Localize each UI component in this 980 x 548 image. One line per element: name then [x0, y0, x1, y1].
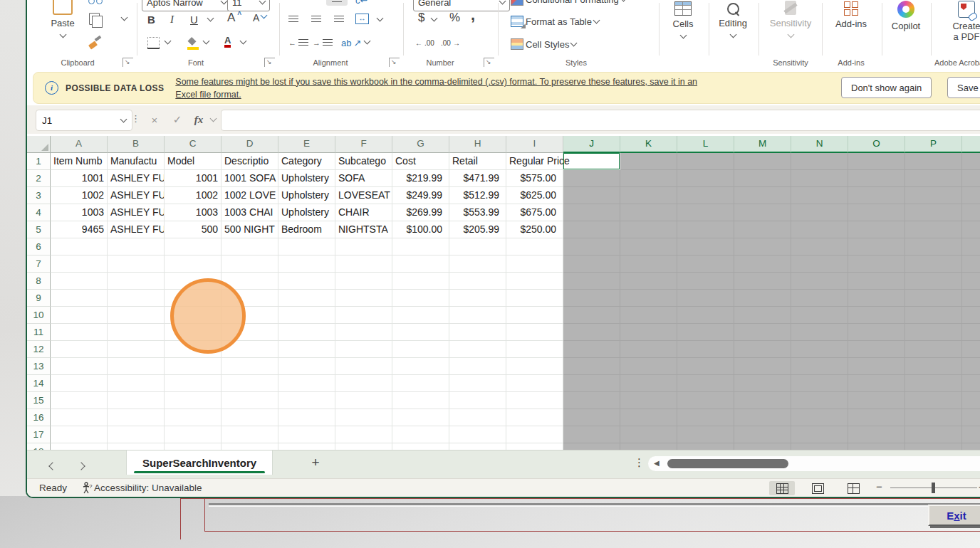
cell-L7[interactable] [677, 255, 734, 273]
cell-Q7[interactable] [962, 255, 980, 273]
column-header-K[interactable]: K [620, 136, 677, 153]
row-header-10[interactable]: 10 [27, 307, 51, 324]
cell-P18[interactable] [905, 443, 962, 450]
cell-J16[interactable] [563, 409, 620, 426]
cell-C6[interactable] [165, 238, 221, 255]
cell-A6[interactable] [51, 238, 108, 255]
cell-L13[interactable] [677, 358, 734, 375]
cell-M12[interactable] [734, 341, 791, 358]
cell-B7[interactable] [108, 255, 165, 273]
cell-Q10[interactable] [962, 307, 980, 324]
name-box[interactable]: J1 [36, 110, 132, 131]
add-ins-button[interactable]: Add-ins [829, 0, 873, 29]
cell-L11[interactable] [677, 324, 734, 341]
cell-N18[interactable] [791, 443, 848, 450]
column-header-L[interactable]: L [677, 136, 734, 153]
column-header-J[interactable]: J [563, 136, 620, 153]
cell-A13[interactable] [51, 358, 108, 375]
cell-E7[interactable] [278, 255, 335, 273]
cell-Q2[interactable] [962, 170, 980, 187]
cell-F13[interactable] [335, 358, 392, 375]
cell-Q9[interactable] [962, 290, 980, 307]
row-header-11[interactable]: 11 [27, 324, 51, 341]
cell-Q14[interactable] [962, 375, 980, 392]
scroll-left-icon[interactable]: ◀ [654, 459, 660, 467]
cell-P10[interactable] [905, 307, 962, 324]
cell-A5[interactable]: 9465 [51, 221, 108, 238]
cell-M16[interactable] [734, 409, 791, 426]
cell-G16[interactable] [392, 409, 449, 426]
cell-H17[interactable] [449, 426, 506, 443]
cell-L10[interactable] [677, 307, 734, 324]
cell-G7[interactable] [392, 255, 449, 273]
cell-J14[interactable] [563, 375, 620, 392]
cell-L2[interactable] [677, 170, 734, 187]
cell-L16[interactable] [677, 409, 734, 426]
cell-H7[interactable] [449, 255, 506, 273]
cell-K9[interactable] [620, 290, 677, 307]
cell-N5[interactable] [791, 221, 848, 238]
cell-M17[interactable] [734, 426, 791, 443]
column-header-Q[interactable]: Q [962, 136, 980, 153]
accessibility-icon[interactable]: ? [81, 482, 93, 494]
cell-I18[interactable] [506, 443, 563, 450]
cell-O12[interactable] [848, 341, 905, 358]
cell-E14[interactable] [278, 375, 335, 392]
cell-G15[interactable] [392, 392, 449, 409]
cell-O3[interactable] [848, 187, 905, 204]
tab-overflow-menu-icon[interactable]: ⋮ [634, 456, 645, 469]
cell-G12[interactable] [392, 341, 449, 358]
cell-G11[interactable] [392, 324, 449, 341]
cell-B4[interactable]: ASHLEY FU [108, 204, 165, 221]
cell-N4[interactable] [791, 204, 848, 221]
cell-M13[interactable] [734, 358, 791, 375]
cell-H15[interactable] [449, 392, 506, 409]
cell-M15[interactable] [734, 392, 791, 409]
zoom-slider-thumb[interactable] [932, 483, 935, 493]
fill-color-button[interactable] [185, 33, 201, 51]
cell-P15[interactable] [905, 392, 962, 409]
cell-C14[interactable] [165, 375, 221, 392]
cell-H11[interactable] [449, 324, 506, 341]
row-header-12[interactable]: 12 [27, 341, 51, 358]
cell-B13[interactable] [108, 358, 165, 375]
copy-button[interactable] [87, 10, 102, 27]
cell-Q3[interactable] [962, 187, 980, 204]
cell-I2[interactable]: $575.00 [506, 170, 563, 187]
cell-G14[interactable] [392, 375, 449, 392]
cell-A11[interactable] [51, 324, 108, 341]
comma-style-button[interactable]: , [469, 6, 477, 23]
cell-N1[interactable] [791, 153, 848, 170]
cell-H12[interactable] [449, 341, 506, 358]
cell-A8[interactable] [51, 273, 108, 290]
insert-function-icon[interactable]: fx [189, 110, 208, 130]
cell-K16[interactable] [620, 409, 677, 426]
row-header-14[interactable]: 14 [27, 375, 51, 392]
cell-E13[interactable] [278, 358, 335, 375]
merge-dropdown-icon[interactable] [377, 15, 384, 22]
cell-O10[interactable] [848, 307, 905, 324]
font-color-dropdown-icon[interactable] [240, 38, 247, 45]
cell-E1[interactable]: Category [278, 153, 335, 170]
cell-A4[interactable]: 1003 [51, 204, 108, 221]
cell-A15[interactable] [51, 392, 108, 409]
cell-C18[interactable] [165, 443, 221, 450]
cell-F11[interactable] [335, 324, 392, 341]
cell-N14[interactable] [791, 375, 848, 392]
cell-B5[interactable]: ASHLEY FU [108, 221, 165, 238]
accounting-format-button[interactable]: $ [416, 9, 427, 26]
row-header-18[interactable]: 18 [27, 443, 51, 450]
cell-D13[interactable] [221, 358, 278, 375]
cell-E18[interactable] [278, 443, 335, 450]
create-pdf-button[interactable]: Createa PDF [944, 0, 980, 42]
cell-K1[interactable] [620, 153, 677, 170]
cell-C15[interactable] [165, 392, 221, 409]
cell-F3[interactable]: LOVESEAT [335, 187, 392, 204]
underline-dropdown-icon[interactable] [207, 15, 214, 22]
cell-P4[interactable] [905, 204, 962, 221]
row-header-4[interactable]: 4 [27, 204, 51, 221]
cell-Q4[interactable] [962, 204, 980, 221]
orientation-button[interactable]: ab↗ [339, 34, 363, 51]
cell-J4[interactable] [563, 204, 620, 221]
cell-O6[interactable] [848, 238, 905, 255]
